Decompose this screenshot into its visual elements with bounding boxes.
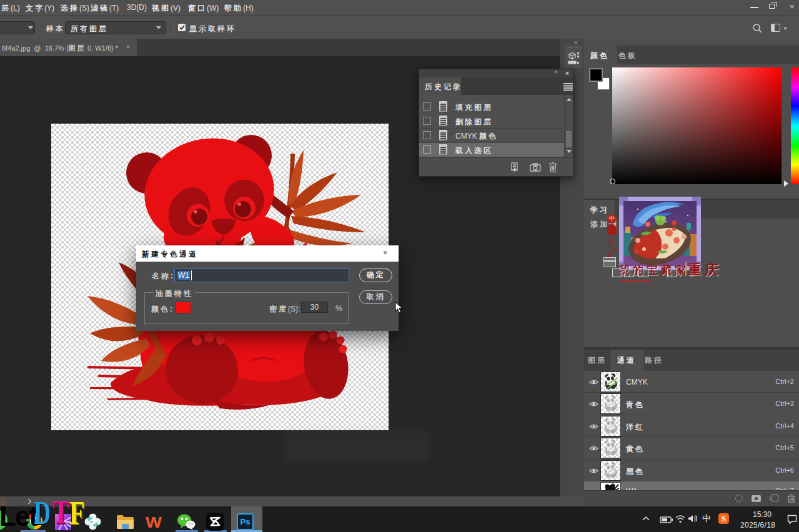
svg-text:W: W	[146, 515, 162, 530]
